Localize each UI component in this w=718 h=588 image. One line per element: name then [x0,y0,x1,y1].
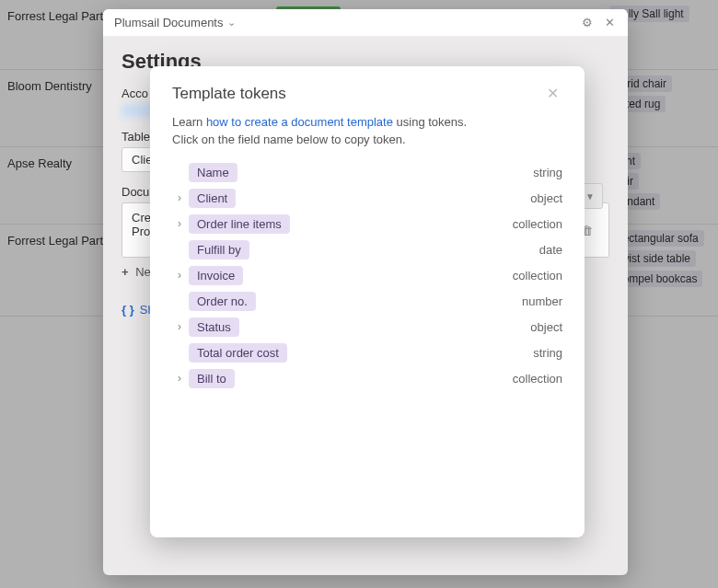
tokens-hint: Click on the field name below to copy to… [172,133,562,146]
token-name-chip[interactable]: Bill to [189,369,235,388]
plus-icon: + [122,265,129,279]
token-name-chip[interactable]: Order line items [189,214,290,234]
token-row: ›Bill tocollection [172,365,562,391]
tokens-modal-title: Template tokens [172,85,543,103]
chevron-right-icon[interactable]: › [172,217,187,230]
token-name-chip[interactable]: Order no. [189,292,256,311]
token-row: ›Clientobject [172,185,562,211]
learn-template-link[interactable]: how to create a document template [206,115,393,129]
token-type-label: string [533,166,562,179]
token-name-chip[interactable]: Invoice [189,266,243,285]
token-row: Fulfill bydate [172,236,562,262]
chevron-right-icon[interactable]: › [172,269,187,282]
chevron-down-icon: ⌄ [227,17,236,29]
app-title: Plumsail Documents [114,16,224,29]
token-type-label: number [522,294,562,308]
token-name-chip[interactable]: Fulfill by [189,240,249,259]
token-type-label: collection [513,217,562,231]
token-row: ›Statusobject [172,314,562,340]
token-type-label: collection [513,372,562,386]
token-row: Namestring [172,159,562,185]
gear-icon[interactable]: ⚙ [580,16,595,29]
modal-header: Plumsail Documents ⌄ ⚙ ✕ [103,9,628,37]
token-type-label: date [539,243,562,257]
token-type-label: object [530,320,562,334]
token-type-label: object [530,191,562,205]
token-row: Order no.number [172,288,562,314]
chevron-right-icon[interactable]: › [172,191,187,204]
token-row: ›Order line itemscollection [172,211,562,236]
close-icon[interactable]: ✕ [602,16,617,29]
token-name-chip[interactable]: Status [189,317,239,337]
token-type-label: collection [513,269,562,282]
template-tokens-modal: Template tokens ✕ Learn how to create a … [150,66,585,537]
token-name-chip[interactable]: Total order cost [189,343,287,363]
tokens-description: Learn how to create a document template … [172,115,562,129]
chevron-right-icon[interactable]: › [172,320,187,333]
braces-icon: { } [122,303,134,317]
token-list: Namestring›Clientobject›Order line items… [172,159,562,523]
token-name-chip[interactable]: Client [189,189,236,208]
token-row: Total order coststring [172,340,562,365]
close-icon[interactable]: ✕ [543,83,562,104]
app-title-dropdown[interactable]: Plumsail Documents ⌄ [114,16,236,29]
token-type-label: string [533,346,562,360]
token-name-chip[interactable]: Name [189,163,237,182]
token-row: ›Invoicecollection [172,262,562,288]
chevron-right-icon[interactable]: › [172,372,187,385]
